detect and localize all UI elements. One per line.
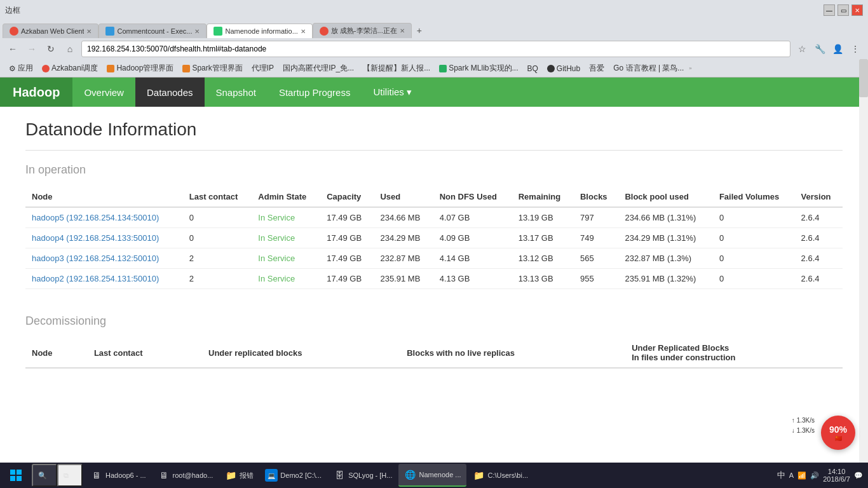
col-capacity: Capacity xyxy=(320,187,374,207)
bookmark-apps[interactable]: ⚙ 应用 xyxy=(5,62,37,75)
tab-favicon-3 xyxy=(214,27,222,36)
hadoop-brand[interactable]: Hadoop xyxy=(0,78,72,107)
refresh-button[interactable]: ↻ xyxy=(43,41,58,57)
decomissioning-header-row: Node Last contact Under replicated block… xyxy=(25,338,843,368)
cell-used: 235.91 MB xyxy=(374,269,433,289)
tab-title-2: Commentcount - Exec... xyxy=(117,27,192,35)
bookmark-10[interactable]: 吾爱 xyxy=(585,62,608,75)
nav-snapshot[interactable]: Snapshot xyxy=(205,78,268,107)
cell-node[interactable]: hadoop2 (192.168.254.131:50010) xyxy=(25,269,183,289)
bookmark-label-11: Go 语言教程 | 菜鸟... xyxy=(613,63,684,74)
decomissioning-title: Decomissioning xyxy=(25,315,843,328)
bookmark-label-6: 【新提醒】新人报... xyxy=(363,63,430,74)
bookmark-4[interactable]: 代理IP xyxy=(248,62,278,75)
browser-tab-1[interactable]: Azkaban Web Client ✕ xyxy=(3,24,98,38)
bookmark-label-2: Hadoop管理界面 xyxy=(116,63,173,74)
hadoop-nav: Hadoop Overview Datanodes Snapshot Start… xyxy=(0,78,868,107)
cell-non-dfs-used: 4.14 GB xyxy=(433,248,512,269)
bookmark-11[interactable]: Go 语言教程 | 菜鸟... xyxy=(609,62,688,75)
cell-block-pool-used: 234.29 MB (1.31%) xyxy=(618,228,712,248)
table-row: hadoop3 (192.168.254.132:50010) 2 In Ser… xyxy=(25,248,843,269)
cell-admin-state: In Service xyxy=(252,207,320,228)
home-button[interactable]: ⌂ xyxy=(62,41,78,57)
bookmark-5[interactable]: 国内高匿代理IP_免... xyxy=(279,62,358,75)
page-title: Datanode Information xyxy=(25,119,843,140)
cell-version: 2.6.4 xyxy=(795,248,843,269)
browser-title: 边框 xyxy=(5,5,20,16)
new-tab-button[interactable]: + xyxy=(412,23,427,38)
decomm-col-last-contact: Last contact xyxy=(88,338,202,368)
bookmark-1[interactable]: Azkabani调度 xyxy=(38,62,102,75)
cell-used: 232.87 MB xyxy=(374,248,433,269)
forward-button[interactable]: → xyxy=(24,41,39,57)
col-last-contact: Last contact xyxy=(183,187,252,207)
table-row: hadoop4 (192.168.254.133:50010) 0 In Ser… xyxy=(25,228,843,248)
col-used: Used xyxy=(374,187,433,207)
bookmark-6[interactable]: 【新提醒】新人报... xyxy=(359,62,434,75)
nav-overview[interactable]: Overview xyxy=(72,78,135,107)
decomissioning-table: Node Last contact Under replicated block… xyxy=(25,338,843,369)
bookmark-label-5: 国内高匿代理IP_免... xyxy=(283,63,354,74)
menu-button[interactable]: ⋮ xyxy=(848,41,863,57)
bookmark-8[interactable]: BQ xyxy=(524,63,542,74)
nav-utilities[interactable]: Utilities ▾ xyxy=(362,78,423,107)
cell-blocks: 797 xyxy=(574,207,618,228)
cell-node[interactable]: hadoop5 (192.168.254.134:50010) xyxy=(25,207,183,228)
tab-close-1[interactable]: ✕ xyxy=(86,28,92,35)
col-remaining: Remaining xyxy=(512,187,574,207)
minimize-button[interactable]: — xyxy=(824,4,835,16)
decomm-col-under-replicated-construction: Under Replicated Blocks In files under c… xyxy=(625,338,843,368)
tab-close-2[interactable]: ✕ xyxy=(194,28,200,35)
back-button[interactable]: ← xyxy=(5,41,20,57)
scroll-thumb[interactable] xyxy=(859,59,868,97)
cell-node[interactable]: hadoop3 (192.168.254.132:50010) xyxy=(25,248,183,269)
col-non-dfs-used: Non DFS Used xyxy=(433,187,512,207)
in-operation-header-row: Node Last contact Admin State Capacity U… xyxy=(25,187,843,207)
tab-favicon-1 xyxy=(10,27,18,36)
bookmark-label-7: Spark MLlib实现的... xyxy=(449,63,518,74)
browser-chrome: 边框 — ▭ ✕ Azkaban Web Client ✕ Commentcou… xyxy=(0,0,868,78)
cell-block-pool-used: 235.91 MB (1.32%) xyxy=(618,269,712,289)
browser-tab-4[interactable]: 放 成熟-李荣洁...正在 ✕ xyxy=(313,23,412,38)
tab-favicon-2 xyxy=(105,27,114,36)
nav-datanodes[interactable]: Datanodes xyxy=(135,78,205,107)
address-input[interactable] xyxy=(81,41,790,57)
tab-close-3[interactable]: ✕ xyxy=(301,28,306,35)
tab-title-4: 放 成熟-李荣洁...正在 xyxy=(331,26,397,36)
scroll-indicator[interactable] xyxy=(859,59,868,424)
col-block-pool-used: Block pool used xyxy=(618,187,712,207)
bookmark-2[interactable]: Hadoop管理界面 xyxy=(103,62,177,75)
tab-close-4[interactable]: ✕ xyxy=(400,27,405,34)
tab-title-1: Azkaban Web Client xyxy=(21,27,84,35)
restore-button[interactable]: ▭ xyxy=(837,4,849,16)
title-bar: 边框 — ▭ ✕ xyxy=(0,0,868,20)
bookmark-label-9: GitHub xyxy=(557,64,580,73)
bookmark-9[interactable]: GitHub xyxy=(543,63,584,74)
bookmarks-more-icon[interactable]: » xyxy=(689,65,691,71)
close-button[interactable]: ✕ xyxy=(851,4,863,16)
cell-node[interactable]: hadoop4 (192.168.254.133:50010) xyxy=(25,228,183,248)
nav-startup-progress[interactable]: Startup Progress xyxy=(268,78,362,107)
account-button[interactable]: 👤 xyxy=(830,41,845,57)
cell-remaining: 13.12 GB xyxy=(512,248,574,269)
address-right: ☆ 🔧 👤 ⋮ xyxy=(794,41,863,57)
cell-failed-volumes: 0 xyxy=(713,207,795,228)
col-version: Version xyxy=(795,187,843,207)
bookmark-3[interactable]: Spark管理界面 xyxy=(179,62,246,75)
browser-tab-3[interactable]: Namenode informatio... ✕ xyxy=(207,24,312,38)
browser-tab-2[interactable]: Commentcount - Exec... ✕ xyxy=(98,24,207,38)
bookmark-favicon-2 xyxy=(107,65,114,72)
bookmark-label-10: 吾爱 xyxy=(589,63,604,74)
bookmark-favicon-3 xyxy=(182,65,190,72)
title-bar-left: 边框 xyxy=(5,5,20,16)
cell-version: 2.6.4 xyxy=(795,228,843,248)
bookmark-button[interactable]: ☆ xyxy=(794,41,810,57)
bookmark-7[interactable]: Spark MLlib实现的... xyxy=(435,62,522,75)
cell-last-contact: 0 xyxy=(183,207,252,228)
cell-non-dfs-used: 4.07 GB xyxy=(433,207,512,228)
in-operation-table: Node Last contact Admin State Capacity U… xyxy=(25,187,843,289)
cell-last-contact: 0 xyxy=(183,228,252,248)
extensions-button[interactable]: 🔧 xyxy=(812,41,827,57)
cell-non-dfs-used: 4.09 GB xyxy=(433,228,512,248)
cell-admin-state: In Service xyxy=(252,248,320,269)
